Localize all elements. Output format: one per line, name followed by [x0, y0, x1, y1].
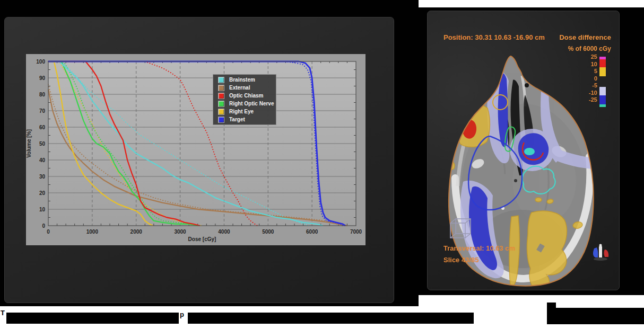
y-tick-label: 40	[39, 157, 46, 163]
x-axis-label: Dose [cGy]	[188, 236, 216, 242]
scale-label: 25	[571, 54, 597, 61]
legend-label: Brainstem	[229, 77, 255, 83]
legend-swatch	[218, 77, 224, 83]
caption-fragment-left: T	[1, 309, 5, 317]
scale-label: 5	[571, 68, 597, 75]
legend-swatch	[218, 93, 224, 99]
legend-label: Right Eye	[229, 109, 254, 114]
legend-swatch	[218, 85, 224, 91]
dose-scale-negative-bar	[599, 87, 606, 107]
legend-item-target[interactable]: Target	[213, 115, 276, 123]
legend-item-brainstem[interactable]: Brainstem	[213, 76, 276, 84]
position-label: Position: 30.31 10.63 -16.90 cm	[443, 33, 545, 41]
y-tick-label: 60	[39, 125, 46, 130]
dose-difference-subtitle: % of 6000 cGy	[568, 45, 611, 52]
caption-fragment-mid: p	[180, 310, 184, 318]
x-tick-label: 3000	[174, 229, 186, 235]
scale-label: 0	[571, 75, 597, 83]
orientation-icon	[593, 244, 608, 261]
cyan-fill-blob	[524, 148, 535, 155]
legend-item-right-optic-nerve[interactable]: Right Optic Nerve	[213, 100, 276, 108]
x-tick-label: 2000	[130, 229, 143, 235]
x-tick-label: 4000	[218, 229, 230, 235]
y-tick-label: 30	[39, 174, 46, 180]
scale-label: 10	[571, 61, 597, 68]
legend-swatch	[218, 101, 224, 107]
y-tick-label: 70	[39, 108, 46, 114]
y-tick-label: 80	[39, 92, 46, 97]
y-tick-label: 50	[39, 141, 46, 147]
x-tick-label: 7000	[350, 229, 362, 235]
dose-scale-positive-bar	[599, 57, 606, 76]
y-tick-label: 0	[42, 223, 45, 229]
caption-redaction-bar	[188, 313, 474, 324]
dvh-panel: 0100020003000400050006000700001020304050…	[4, 17, 394, 303]
y-axis-label: Volume [%]	[26, 129, 32, 158]
legend-swatch	[218, 117, 224, 123]
legend-item-external[interactable]: External	[213, 84, 276, 92]
scale-label: -5	[571, 82, 597, 90]
dose-difference-panel: Position: 30.31 10.63 -16.90 cm Dose dif…	[427, 11, 620, 290]
caption-redaction-bar	[556, 308, 644, 324]
legend-label: Optic Chiasm	[229, 93, 263, 99]
scale-label: -10	[571, 90, 597, 97]
chart-legend[interactable]: BrainstemExternalOptic ChiasmRight Optic…	[213, 74, 276, 125]
slice-indicator: Slice 43/85	[443, 256, 479, 264]
legend-label: Target	[229, 117, 245, 122]
legend-label: Right Optic Nerve	[229, 101, 274, 106]
caption-redaction-bar	[547, 303, 556, 324]
x-tick-label: 1000	[86, 229, 99, 235]
x-tick-label: 5000	[262, 229, 274, 235]
y-tick-label: 20	[39, 190, 46, 196]
transversal-label: Transversal: 10.63 cm	[443, 244, 515, 252]
legend-swatch	[218, 109, 224, 115]
legend-item-right-eye[interactable]: Right Eye	[213, 108, 276, 115]
y-tick-label: 100	[36, 59, 45, 65]
caption-redaction-bar	[6, 313, 179, 324]
x-tick-label: 6000	[306, 229, 318, 235]
legend-item-optic-chiasm[interactable]: Optic Chiasm	[213, 92, 276, 100]
x-tick-label: 0	[47, 229, 50, 235]
y-tick-label: 90	[39, 75, 46, 81]
legend-label: External	[229, 85, 250, 91]
dose-scale-labels: 251050-5-10-25	[571, 54, 597, 104]
dvh-plot[interactable]: 0100020003000400050006000700001020304050…	[26, 54, 365, 245]
y-tick-label: 10	[39, 207, 46, 212]
scale-label: -25	[571, 96, 597, 104]
dose-difference-title: Dose difference	[559, 33, 611, 41]
dvh-chart[interactable]: 0100020003000400050006000700001020304050…	[26, 54, 365, 245]
